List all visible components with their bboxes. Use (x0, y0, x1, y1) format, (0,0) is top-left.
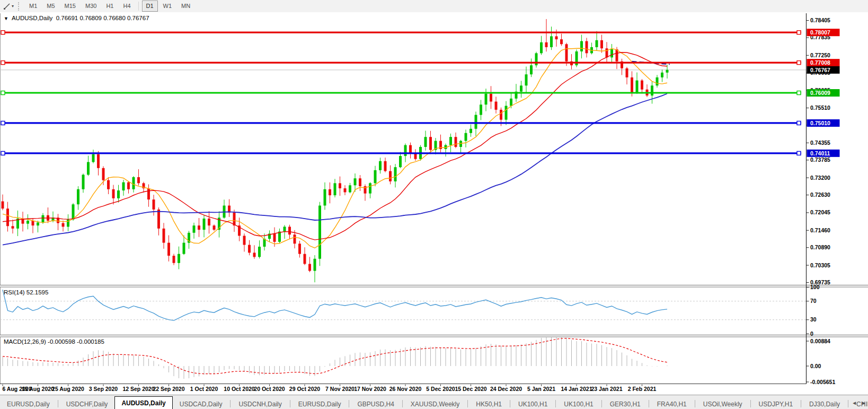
tab-separator (402, 400, 403, 407)
chart-area[interactable]: 0.784050.778350.772500.766650.760950.755… (0, 12, 868, 395)
date-label: 5 Dec 2020 (426, 386, 455, 392)
price-axis-label: 0.77250 (810, 52, 830, 58)
timeframe-buttons: M1M5M15M30H1H4D1W1MN (24, 1, 195, 12)
hline-anchor-left-1 (1, 61, 5, 65)
tab-usdcad-daily[interactable]: USDCAD,Daily (173, 399, 229, 409)
tab-separator (349, 400, 349, 407)
tab-separator (649, 400, 649, 407)
tab-usdcnh-daily[interactable]: USDCNH,Daily (232, 399, 288, 409)
tab-gbpusd-h4[interactable]: GBPUSD,H4 (350, 399, 401, 409)
timeframe-button-d1[interactable]: D1 (142, 1, 158, 12)
price-badge-0.74011-text: 0.74011 (810, 150, 830, 156)
toolbar-grip[interactable] (18, 2, 21, 11)
rsi-axis-label: 70 (810, 298, 817, 304)
line-tool-button[interactable]: ▾ (1, 1, 16, 12)
ohlc-open: 0.76691 (56, 15, 78, 21)
tab-separator (290, 400, 290, 407)
tab-dj30-daily[interactable]: DJ30,Daily (802, 399, 847, 409)
price-axis-label: 0.73200 (810, 175, 830, 181)
date-label: 1 Oct 2020 (190, 386, 218, 392)
tab-hk50-h1[interactable]: HK50,H1 (469, 399, 509, 409)
price-chart[interactable]: 0.784050.778350.772500.766650.760950.755… (0, 12, 868, 395)
chevron-down-icon[interactable]: ▾ (12, 4, 14, 8)
tab-audusd-daily[interactable]: AUDUSD,Daily (114, 396, 172, 409)
collapse-triangle-icon[interactable]: ▼ (4, 16, 8, 21)
hline-anchor-right-1 (797, 61, 801, 65)
tab-fra40-h1[interactable]: FRA40,H1 (650, 399, 694, 409)
date-label: 15 Aug 2020 (22, 386, 54, 392)
tab-separator (555, 400, 556, 407)
date-label: 7 Nov 2020 (325, 386, 355, 392)
tab-uk100-h1[interactable]: UK100,H1 (557, 399, 600, 409)
timeframe-button-m1[interactable]: M1 (25, 1, 41, 12)
tab-scroll-right-icon[interactable]: ► (861, 399, 866, 407)
tab-uk100-h1[interactable]: UK100,H1 (511, 399, 554, 409)
date-label: 25 Aug 2020 (52, 386, 84, 392)
timeframe-button-h4[interactable]: H4 (119, 1, 135, 12)
current-price-badge-text: 0.76767 (810, 67, 830, 73)
price-axis-label: 0.75510 (810, 105, 830, 111)
price-axis-label: 0.70890 (810, 244, 830, 250)
rsi-axis-label: 30 (810, 316, 817, 323)
timeframe-button-w1[interactable]: W1 (159, 1, 176, 12)
date-label: 14 Jan 2021 (561, 386, 592, 392)
price-badge-0.77008-text: 0.77008 (810, 59, 830, 66)
ohlc-close: 0.76767 (127, 15, 149, 21)
date-label: 17 Nov 2020 (354, 386, 386, 392)
ohlc-low: 0.76680 (103, 15, 126, 21)
tab-xauusd-weekly[interactable]: XAUUSD,Weekly (404, 399, 466, 409)
tab-separator (695, 400, 695, 407)
price-axis-label: 0.70305 (810, 262, 830, 268)
trading-terminal: ▾ M1M5M15M30H1H4D1W1MN 0.784050.778350.7… (0, 0, 868, 409)
price-badge-0.76009-text: 0.76009 (810, 90, 830, 96)
tab-usdchf-daily[interactable]: USDCHF,Daily (59, 399, 115, 409)
hline-anchor-right-0 (797, 31, 801, 34)
date-label: 3 Sep 2020 (89, 386, 118, 392)
price-badge-0.75010-text: 0.75010 (810, 120, 830, 126)
timeframe-button-m5[interactable]: M5 (42, 1, 59, 12)
date-label: 10 Oct 2020 (224, 386, 255, 392)
ohlc-high: 0.76809 (79, 15, 102, 21)
tab-scroll-left-icon[interactable]: ◄ (852, 399, 857, 407)
hline-anchor-right-3 (797, 121, 801, 125)
tab-separator (467, 400, 468, 407)
timeframe-button-mn[interactable]: MN (177, 1, 194, 12)
rsi-axis-label: 0 (810, 330, 813, 337)
date-label: 12 Sep 2020 (122, 386, 154, 392)
tab-separator (58, 400, 58, 407)
date-label: 26 Nov 2020 (389, 386, 422, 392)
price-axis-label: 0.74355 (810, 140, 830, 146)
macd-axis-label: 0.00 (810, 363, 821, 369)
timeframe-button-h1[interactable]: H1 (102, 1, 118, 12)
date-label: 5 Jan 2021 (527, 386, 555, 392)
chart-tabs: EURUSD,DailyUSDCHF,DailyAUDUSD,DailyUSDC… (0, 395, 868, 409)
timeframe-toolbar: ▾ M1M5M15M30H1H4D1W1MN (0, 0, 868, 12)
tab-eurusd-daily[interactable]: EURUSD,Daily (0, 399, 57, 409)
hline-anchor-left-3 (1, 121, 5, 125)
tab-separator (848, 400, 848, 407)
price-axis-label: 0.72630 (810, 192, 830, 198)
hline-anchor-left-0 (1, 31, 5, 34)
hline-anchor-left-4 (1, 151, 5, 155)
date-label: 22 Sep 2020 (153, 386, 184, 392)
timeframe-button-m30[interactable]: M30 (81, 1, 101, 12)
date-label: 2 Feb 2021 (628, 386, 657, 392)
price-axis-label: 0.71460 (810, 227, 830, 233)
rsi-axis-label: 100 (810, 284, 820, 290)
macd-axis-label: 0.00884 (810, 338, 830, 344)
timeframe-button-m15[interactable]: M15 (60, 1, 80, 12)
hline-anchor-right-4 (797, 151, 801, 155)
date-label: 24 Dec 2020 (490, 386, 522, 392)
hline-anchor-right-2 (797, 91, 801, 95)
tab-eurusd-daily[interactable]: EURUSD,Daily (291, 399, 348, 409)
price-axis-label: 0.72045 (810, 209, 830, 215)
date-label: 29 Oct 2020 (289, 386, 321, 392)
toolbar-separator (138, 2, 139, 11)
tab-usdjpy-h1[interactable]: USDJPY,H1 (752, 399, 800, 409)
line-tool-icon (3, 3, 11, 10)
date-label: 23 Jan 2021 (591, 386, 623, 392)
tab-ger30-h1[interactable]: GER30,H1 (603, 399, 648, 409)
tab-separator (601, 400, 602, 407)
chart-title: ▼AUDUSD,Daily 0.76691 0.76809 0.76680 0.… (4, 15, 149, 21)
tab-usoil-weekly[interactable]: USOil,Weekly (696, 399, 749, 409)
